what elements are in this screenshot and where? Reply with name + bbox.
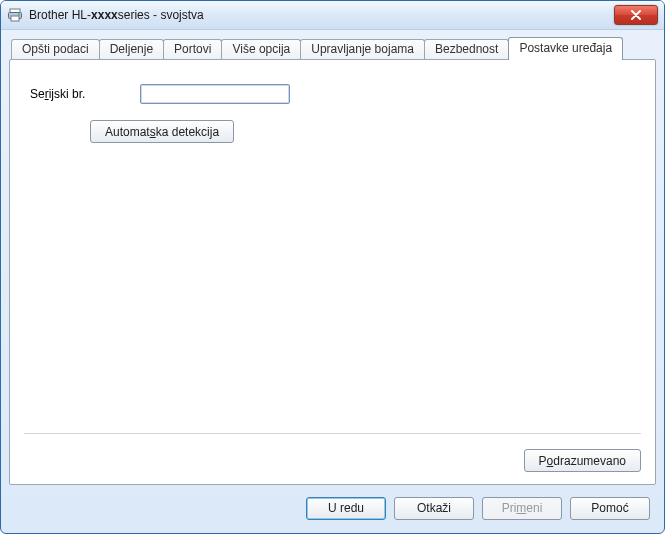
tab-security[interactable]: Bezbednost bbox=[424, 39, 509, 60]
dialog-window: Brother HL-xxxxseries - svojstva Opšti p… bbox=[0, 0, 665, 534]
tab-device-settings[interactable]: Postavke uređaja bbox=[508, 37, 623, 60]
window-title: Brother HL-xxxxseries - svojstva bbox=[29, 8, 614, 22]
tab-page-device-settings: Serijski br. Automatska detekcija Podraz… bbox=[9, 59, 656, 485]
close-button[interactable] bbox=[614, 5, 658, 25]
apply-button[interactable]: Primeni bbox=[482, 497, 562, 520]
tab-sharing[interactable]: Deljenje bbox=[99, 39, 164, 60]
client-area: Opšti podaci Deljenje Portovi Više opcij… bbox=[9, 37, 656, 525]
svg-point-3 bbox=[18, 14, 20, 16]
defaults-button[interactable]: Podrazumevano bbox=[524, 449, 641, 472]
auto-detect-button[interactable]: Automatska detekcija bbox=[90, 120, 234, 143]
separator bbox=[24, 433, 641, 434]
tab-ports[interactable]: Portovi bbox=[163, 39, 222, 60]
tab-advanced[interactable]: Više opcija bbox=[221, 39, 301, 60]
tab-general[interactable]: Opšti podaci bbox=[11, 39, 100, 60]
tab-strip: Opšti podaci Deljenje Portovi Više opcij… bbox=[9, 37, 656, 59]
auto-detect-row: Automatska detekcija bbox=[90, 120, 635, 143]
serial-label: Serijski br. bbox=[30, 87, 140, 101]
printer-icon bbox=[7, 7, 23, 23]
dialog-footer: U redu Otkaži Primeni Pomoć bbox=[9, 491, 656, 525]
tab-color-mgmt[interactable]: Upravljanje bojama bbox=[300, 39, 425, 60]
help-button[interactable]: Pomoć bbox=[570, 497, 650, 520]
title-bar: Brother HL-xxxxseries - svojstva bbox=[1, 1, 664, 30]
cancel-button[interactable]: Otkaži bbox=[394, 497, 474, 520]
svg-rect-2 bbox=[11, 16, 19, 21]
serial-row: Serijski br. bbox=[30, 84, 635, 104]
serial-input[interactable] bbox=[140, 84, 290, 104]
ok-button[interactable]: U redu bbox=[306, 497, 386, 520]
close-icon bbox=[630, 10, 642, 20]
